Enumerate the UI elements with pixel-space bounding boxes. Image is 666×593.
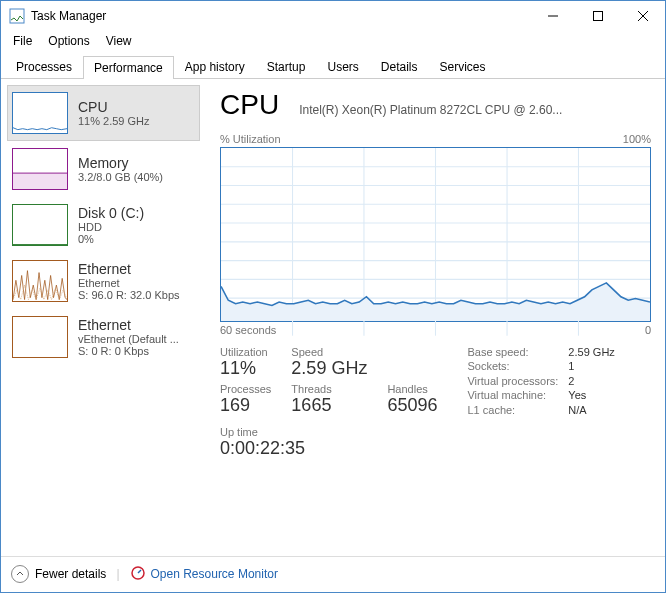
sidebar-disk-title: Disk 0 (C:) xyxy=(78,205,144,221)
tab-users[interactable]: Users xyxy=(316,55,369,78)
sidebar-memory-title: Memory xyxy=(78,155,163,171)
tab-strip: Processes Performance App history Startu… xyxy=(1,51,665,79)
vm-label: Virtual machine: xyxy=(467,389,558,401)
handles-label: Handles xyxy=(387,383,437,395)
titlebar: Task Manager xyxy=(1,1,665,31)
menu-view[interactable]: View xyxy=(98,32,140,50)
eth1-thumb xyxy=(12,316,68,358)
speed-value: 2.59 GHz xyxy=(291,358,367,379)
base-speed-value: 2.59 GHz xyxy=(568,346,614,358)
close-button[interactable] xyxy=(620,1,665,31)
fewer-details-button[interactable]: Fewer details xyxy=(11,565,106,583)
svg-rect-5 xyxy=(13,173,67,189)
sockets-label: Sockets: xyxy=(467,360,558,372)
sidebar-memory-sub: 3.2/8.0 GB (40%) xyxy=(78,171,163,183)
sidebar-item-cpu[interactable]: CPU 11% 2.59 GHz xyxy=(7,85,200,141)
sidebar: CPU 11% 2.59 GHz Memory 3.2/8.0 GB (40%)… xyxy=(1,79,206,556)
uptime-label: Up time xyxy=(220,426,651,438)
sidebar-cpu-sub: 11% 2.59 GHz xyxy=(78,115,150,127)
sidebar-eth0-sub2: S: 96.0 R: 32.0 Kbps xyxy=(78,289,180,301)
uptime-value: 0:00:22:35 xyxy=(220,438,651,459)
memory-thumb xyxy=(12,148,68,190)
sockets-value: 1 xyxy=(568,360,614,372)
speed-label: Speed xyxy=(291,346,367,358)
separator: | xyxy=(116,567,119,581)
eth0-thumb xyxy=(12,260,68,302)
sidebar-cpu-title: CPU xyxy=(78,99,150,115)
chevron-up-icon xyxy=(11,565,29,583)
processes-label: Processes xyxy=(220,383,271,395)
tab-details[interactable]: Details xyxy=(370,55,429,78)
l1-label: L1 cache: xyxy=(467,404,558,416)
cpu-chart xyxy=(220,147,651,322)
tab-processes[interactable]: Processes xyxy=(5,55,83,78)
processes-value: 169 xyxy=(220,395,271,416)
resource-monitor-icon xyxy=(130,565,146,584)
menu-file[interactable]: File xyxy=(5,32,40,50)
sidebar-item-ethernet-0[interactable]: Ethernet Ethernet S: 96.0 R: 32.0 Kbps xyxy=(7,253,200,309)
sidebar-eth1-title: Ethernet xyxy=(78,317,179,333)
cpu-model: Intel(R) Xeon(R) Platinum 8272CL CPU @ 2… xyxy=(299,103,651,117)
sidebar-eth0-title: Ethernet xyxy=(78,261,180,277)
l1-value: N/A xyxy=(568,404,614,416)
utilization-value: 11% xyxy=(220,358,271,379)
app-icon xyxy=(9,8,25,24)
chart-label-top-right: 100% xyxy=(623,133,651,145)
handles-value: 65096 xyxy=(387,395,437,416)
cpu-thumb xyxy=(12,92,68,134)
menu-options[interactable]: Options xyxy=(40,32,97,50)
tab-performance[interactable]: Performance xyxy=(83,56,174,79)
sidebar-item-ethernet-1[interactable]: Ethernet vEthernet (Default ... S: 0 R: … xyxy=(7,309,200,365)
disk-thumb xyxy=(12,204,68,246)
page-title: CPU xyxy=(220,89,279,121)
window-title: Task Manager xyxy=(31,9,530,23)
vproc-label: Virtual processors: xyxy=(467,375,558,387)
minimize-button[interactable] xyxy=(530,1,575,31)
menubar: File Options View xyxy=(1,31,665,51)
sidebar-item-memory[interactable]: Memory 3.2/8.0 GB (40%) xyxy=(7,141,200,197)
main-panel: CPU Intel(R) Xeon(R) Platinum 8272CL CPU… xyxy=(206,79,665,556)
sidebar-eth1-sub2: S: 0 R: 0 Kbps xyxy=(78,345,179,357)
chart-label-top-left: % Utilization xyxy=(220,133,281,145)
svg-rect-2 xyxy=(593,12,602,21)
svg-line-23 xyxy=(138,570,141,573)
footer: Fewer details | Open Resource Monitor xyxy=(1,556,665,591)
sidebar-eth0-sub: Ethernet xyxy=(78,277,180,289)
threads-value: 1665 xyxy=(291,395,367,416)
maximize-button[interactable] xyxy=(575,1,620,31)
vm-value: Yes xyxy=(568,389,614,401)
sidebar-item-disk[interactable]: Disk 0 (C:) HDD 0% xyxy=(7,197,200,253)
sidebar-eth1-sub: vEthernet (Default ... xyxy=(78,333,179,345)
threads-label: Threads xyxy=(291,383,367,395)
open-resource-monitor-link[interactable]: Open Resource Monitor xyxy=(130,565,278,584)
base-speed-label: Base speed: xyxy=(467,346,558,358)
tab-services[interactable]: Services xyxy=(429,55,497,78)
vproc-value: 2 xyxy=(568,375,614,387)
sidebar-disk-sub2: 0% xyxy=(78,233,144,245)
sidebar-disk-sub: HDD xyxy=(78,221,144,233)
tab-app-history[interactable]: App history xyxy=(174,55,256,78)
utilization-label: Utilization xyxy=(220,346,271,358)
tab-startup[interactable]: Startup xyxy=(256,55,317,78)
